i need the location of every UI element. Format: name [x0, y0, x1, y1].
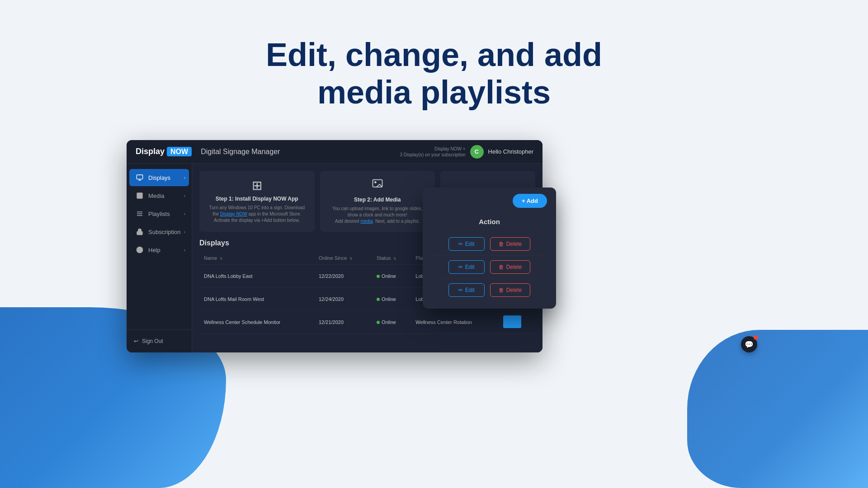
action-panel: + Add Action ✏ Edit 🗑 Delete ✏ Edit 🗑 De…: [423, 188, 556, 309]
delete-button-2[interactable]: 🗑 Delete: [490, 260, 531, 274]
status-cell: Online: [372, 311, 411, 334]
sidebar-item-media[interactable]: Media ›: [129, 187, 189, 204]
sidebar-item-help[interactable]: Help ›: [129, 241, 189, 258]
chat-icon: 💬: [745, 340, 754, 349]
delete-button-1[interactable]: 🗑 Delete: [490, 237, 531, 251]
subscription-line1: Display NOW +: [400, 146, 466, 152]
step-card-2: Step 2: Add Media You can upload images,…: [320, 171, 435, 232]
step1-title: Step 1: Install Display NOW App: [207, 196, 307, 202]
action-row-3: ✏ Edit 🗑 Delete: [423, 279, 556, 301]
step1-link[interactable]: Display NOW: [220, 211, 247, 216]
bg-blob-right: [687, 330, 868, 488]
hero-section: Edit, change, and add media playlists: [0, 36, 868, 111]
edit-icon-3: ✏: [458, 287, 463, 293]
app-header: Display NOW Digital Signage Manager Disp…: [127, 140, 542, 164]
add-button-label: + Add: [522, 197, 538, 204]
subscription-info: Display NOW + 3 Display(s) on your subsc…: [400, 146, 466, 158]
displays-chevron: ›: [184, 175, 185, 180]
preview-thumb: [499, 311, 535, 334]
avatar-letter: C: [475, 148, 479, 155]
action-row-2: ✏ Edit 🗑 Delete: [423, 256, 556, 278]
display-name: DNA Lofts Mail Room West: [199, 288, 314, 311]
sign-out-icon: ↩: [134, 338, 138, 344]
sidebar-displays-label: Displays: [148, 174, 170, 181]
app-logo: Display NOW: [136, 147, 192, 156]
app-header-title: Digital Signage Manager: [201, 148, 400, 156]
playlist-name: Wellness Center Rotation: [411, 311, 499, 334]
sign-out-button[interactable]: ↩ Sign Out: [131, 334, 187, 348]
chat-bubble[interactable]: 💬: [741, 336, 757, 352]
step2-title: Step 2: Add Media: [327, 197, 428, 203]
media-icon: [136, 192, 144, 200]
sidebar-item-playlists[interactable]: Playlists ›: [129, 205, 189, 222]
step-card-1: ⊞ Step 1: Install Display NOW App Turn a…: [199, 171, 315, 232]
action-panel-title: Action: [423, 214, 556, 233]
display-name: DNA Lofts Lobby East: [199, 265, 314, 288]
sidebar-item-subscription[interactable]: Subscription ›: [129, 223, 189, 240]
step1-icon: ⊞: [207, 178, 307, 193]
sidebar-playlists-label: Playlists: [148, 211, 170, 217]
step1-desc: Turn any Windows 10 PC into a sign. Down…: [207, 205, 307, 224]
logo-badge: NOW: [167, 147, 192, 156]
online-since: 12/21/2020: [314, 311, 372, 334]
svg-rect-0: [137, 175, 142, 179]
playlists-chevron: ›: [184, 211, 185, 216]
logo-display-text: Display: [136, 147, 165, 156]
sidebar-media-label: Media: [148, 192, 164, 199]
step2-link[interactable]: media: [360, 219, 373, 224]
action-panel-header: + Add: [423, 188, 556, 214]
help-icon: [136, 246, 144, 254]
edit-icon-1: ✏: [458, 241, 463, 247]
status-cell: Online: [372, 288, 411, 311]
app-header-user: Display NOW + 3 Display(s) on your subsc…: [400, 145, 534, 159]
hello-label: Hello Christopher: [488, 148, 533, 155]
display-name: Wellness Center Schedule Monitor: [199, 311, 314, 334]
sidebar-nav: Displays › Media › Playlists ›: [127, 168, 192, 329]
sidebar-item-displays[interactable]: Displays ›: [129, 169, 189, 186]
online-since: 12/24/2020: [314, 288, 372, 311]
delete-button-3[interactable]: 🗑 Delete: [490, 283, 531, 297]
sidebar: Displays › Media › Playlists ›: [127, 164, 192, 352]
notification-dot: [754, 335, 758, 340]
sign-out-label: Sign Out: [142, 338, 163, 344]
hero-title: Edit, change, and add media playlists: [0, 36, 868, 111]
playlists-icon: [136, 210, 144, 218]
step2-icon: [327, 178, 428, 194]
avatar: C: [470, 145, 484, 159]
col-header-name[interactable]: Name ⇅: [199, 252, 314, 265]
sidebar-subscription-label: Subscription: [148, 229, 181, 235]
sidebar-bottom: ↩ Sign Out: [127, 329, 192, 352]
edit-button-2[interactable]: ✏ Edit: [448, 260, 485, 274]
svg-point-4: [138, 194, 139, 195]
col-header-status[interactable]: Status ⇅: [372, 252, 411, 265]
svg-point-12: [374, 181, 377, 183]
edit-button-1[interactable]: ✏ Edit: [448, 237, 485, 251]
subscription-icon: [136, 228, 144, 236]
add-button[interactable]: + Add: [513, 194, 547, 208]
edit-icon-2: ✏: [458, 264, 463, 270]
trash-icon-3: 🗑: [499, 287, 504, 293]
hero-line2: media playlists: [317, 74, 551, 110]
online-since: 12/22/2020: [314, 265, 372, 288]
displays-icon: [136, 174, 144, 182]
trash-icon-2: 🗑: [499, 264, 504, 270]
media-chevron: ›: [184, 193, 185, 198]
help-chevron: ›: [184, 248, 185, 253]
action-row-1: ✏ Edit 🗑 Delete: [423, 233, 556, 255]
col-header-online-since[interactable]: Online Since ⇅: [314, 252, 372, 265]
subscription-chevron: ›: [184, 230, 185, 235]
hero-line1: Edit, change, and add: [266, 37, 602, 73]
edit-button-3[interactable]: ✏ Edit: [448, 283, 485, 297]
trash-icon-1: 🗑: [499, 241, 504, 247]
step2-desc: You can upload images, link to google sl…: [327, 206, 428, 225]
svg-rect-8: [137, 231, 142, 235]
sidebar-help-label: Help: [148, 247, 160, 253]
status-cell: Online: [372, 265, 411, 288]
table-row: Wellness Center Schedule Monitor 12/21/2…: [199, 311, 535, 334]
subscription-line2: 3 Display(s) on your subscription: [400, 152, 466, 158]
